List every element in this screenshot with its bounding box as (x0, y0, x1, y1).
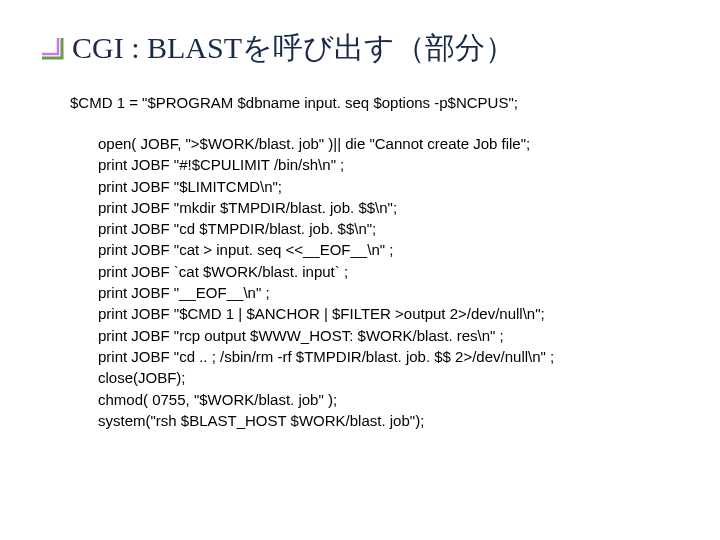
code-line: print JOBF "#!$CPULIMIT /bin/sh\n" ; (98, 154, 680, 175)
code-line: print JOBF "rcp output $WWW_HOST: $WORK/… (98, 325, 680, 346)
code-line: print JOBF "$CMD 1 | $ANCHOR | $FILTER >… (98, 303, 680, 324)
code-line: print JOBF "cd $TMPDIR/blast. job. $$\n"… (98, 218, 680, 239)
code-line: open( JOBF, ">$WORK/blast. job" )|| die … (98, 133, 680, 154)
title-row: CGI : BLASTを呼び出す（部分） (40, 30, 680, 66)
code-line: chmod( 0755, "$WORK/blast. job" ); (98, 389, 680, 410)
cmd-def-line: $CMD 1 = "$PROGRAM $dbname input. seq $o… (70, 94, 680, 111)
code-block: open( JOBF, ">$WORK/blast. job" )|| die … (98, 133, 680, 431)
code-line: print JOBF "cd .. ; /sbin/rm -rf $TMPDIR… (98, 346, 680, 367)
code-line: print JOBF `cat $WORK/blast. input` ; (98, 261, 680, 282)
page-title: CGI : BLASTを呼び出す（部分） (72, 30, 515, 66)
code-line: print JOBF "$LIMITCMD\n"; (98, 176, 680, 197)
code-line: close(JOBF); (98, 367, 680, 388)
code-line: print JOBF "__EOF__\n" ; (98, 282, 680, 303)
code-line: print JOBF "mkdir $TMPDIR/blast. job. $$… (98, 197, 680, 218)
corner-decoration-icon (40, 36, 64, 60)
slide: CGI : BLASTを呼び出す（部分） $CMD 1 = "$PROGRAM … (0, 0, 720, 451)
code-line: system("rsh $BLAST_HOST $WORK/blast. job… (98, 410, 680, 431)
code-line: print JOBF "cat > input. seq <<__EOF__\n… (98, 239, 680, 260)
